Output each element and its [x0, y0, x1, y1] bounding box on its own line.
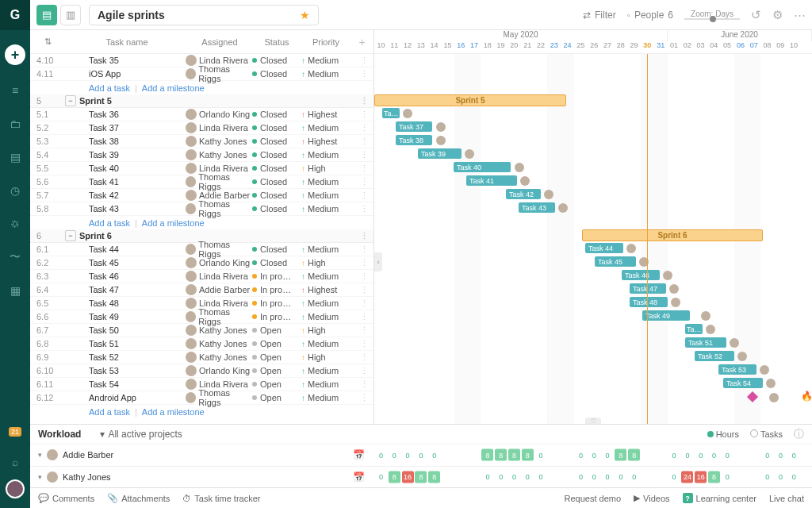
row-more-icon[interactable]: ⋮: [350, 56, 373, 66]
priority-cell[interactable]: ↑High: [301, 352, 350, 362]
workload-cell[interactable]: 0: [602, 449, 614, 461]
row-more-icon[interactable]: ⋮: [350, 177, 373, 187]
workload-cell[interactable]: 0: [575, 449, 587, 461]
folder-icon[interactable]: 🗀: [7, 116, 23, 132]
day-header[interactable]: 13: [414, 41, 427, 53]
assignee-cell[interactable]: Orlando King: [184, 365, 252, 376]
day-header[interactable]: 15: [441, 41, 454, 53]
assignee-cell[interactable]: Kathy Jones: [184, 149, 252, 160]
live-chat-link[interactable]: Live chat: [769, 494, 804, 503]
task-bar[interactable]: Task 43: [519, 202, 555, 213]
help-icon[interactable]: ⓘ: [794, 427, 804, 441]
comments-button[interactable]: 💬Comments: [38, 493, 94, 503]
workload-cell[interactable]: 8: [628, 449, 640, 461]
row-more-icon[interactable]: ⋮: [350, 352, 373, 363]
assignee-cell[interactable]: Kathy Jones: [184, 325, 252, 336]
sprint-bar[interactable]: Sprint 6: [582, 229, 763, 241]
day-header[interactable]: 06: [734, 41, 748, 53]
chevron-down-icon[interactable]: ▾: [38, 473, 42, 481]
priority-cell[interactable]: ↑Medium: [301, 244, 350, 254]
workload-cell[interactable]: 0: [695, 449, 707, 461]
menu-icon[interactable]: ≡: [7, 83, 23, 98]
sort-icon[interactable]: ⇅: [30, 37, 65, 47]
task-bar[interactable]: Task 44: [585, 243, 623, 253]
task-row[interactable]: 5.4 Task 39 Kathy Jones Closed ↑Medium ⋮: [30, 148, 373, 162]
task-row[interactable]: 6.4 Task 47 Addie Barber In pro… ↑Highes…: [30, 283, 373, 297]
task-bar[interactable]: Task 41: [466, 175, 517, 186]
priority-cell[interactable]: ↑Medium: [301, 271, 350, 281]
add-button[interactable]: +: [5, 44, 25, 65]
status-cell[interactable]: Open: [252, 325, 301, 335]
task-row[interactable]: 6.6 Task 49 Thomas Riggs In pro… ↑Medium…: [30, 310, 373, 324]
expand-icon[interactable]: −: [65, 230, 76, 241]
status-cell[interactable]: Closed: [252, 69, 301, 79]
add-milestone-link[interactable]: Add a milestone: [142, 407, 205, 417]
day-header[interactable]: 27: [601, 41, 615, 53]
workload-cell[interactable]: 0: [775, 449, 787, 461]
attachments-button[interactable]: 📎Attachments: [107, 493, 170, 503]
row-more-icon[interactable]: ⋮: [350, 190, 373, 201]
list-icon[interactable]: ▤: [7, 149, 23, 165]
task-row[interactable]: 6.7 Task 50 Kathy Jones Open ↑High ⋮: [30, 324, 373, 337]
learning-center-link[interactable]: ?Learning center: [683, 493, 756, 503]
task-row[interactable]: 6.9 Task 52 Kathy Jones Open ↑High ⋮: [30, 351, 373, 364]
task-bar[interactable]: Task 46: [622, 270, 660, 280]
workload-cell[interactable]: 0: [535, 449, 547, 461]
time-tracker-button[interactable]: ⏱Task time tracker: [182, 494, 260, 503]
assignee-cell[interactable]: Thomas Riggs: [184, 199, 252, 218]
task-row[interactable]: 5.8 Task 43 Thomas Riggs Closed ↑Medium …: [30, 202, 373, 216]
row-more-icon[interactable]: ⋮: [350, 271, 373, 282]
priority-cell[interactable]: ↑Medium: [301, 123, 350, 133]
priority-cell[interactable]: ↑Medium: [301, 150, 350, 160]
priority-cell[interactable]: ↑Medium: [301, 298, 350, 308]
day-header[interactable]: 24: [561, 41, 574, 53]
task-row[interactable]: 4.11 iOS App Thomas Riggs Closed ↑Medium…: [30, 67, 373, 81]
row-more-icon[interactable]: ⋮: [350, 285, 373, 295]
workload-cell[interactable]: 8: [708, 471, 720, 483]
status-cell[interactable]: Open: [252, 366, 301, 375]
row-more-icon[interactable]: ⋮: [350, 110, 373, 120]
radio-tasks[interactable]: Tasks: [750, 429, 783, 439]
workload-cell[interactable]: 8: [615, 449, 626, 461]
status-cell[interactable]: Open: [252, 379, 301, 389]
workload-cell[interactable]: 0: [508, 471, 520, 483]
priority-cell[interactable]: ↑Medium: [301, 177, 350, 187]
workload-cell[interactable]: 0: [375, 449, 387, 461]
day-header[interactable]: 14: [427, 41, 441, 53]
row-more-icon[interactable]: ⋮: [350, 379, 373, 390]
expand-icon[interactable]: −: [65, 95, 76, 106]
task-row[interactable]: 6.3 Task 46 Linda Rivera In pro… ↑Medium…: [30, 270, 373, 283]
task-bar[interactable]: Task 54: [723, 378, 763, 388]
task-row[interactable]: 5.3 Task 38 Kathy Jones Closed ↑Highest …: [30, 135, 373, 148]
status-cell[interactable]: Closed: [252, 258, 301, 267]
day-header[interactable]: 09: [774, 41, 787, 53]
chevron-down-icon[interactable]: ▾: [38, 451, 42, 459]
assignee-cell[interactable]: Thomas Riggs: [184, 307, 252, 326]
radio-hours[interactable]: Hours: [707, 429, 739, 439]
workload-cell[interactable]: 0: [722, 449, 733, 461]
day-header[interactable]: 20: [508, 41, 521, 53]
assignee-cell[interactable]: Orlando King: [184, 257, 252, 268]
task-row[interactable]: 5.1 Task 36 Orlando King Closed ↑Highest…: [30, 108, 373, 121]
people-button[interactable]: ◦ People 6: [627, 10, 673, 21]
assignee-cell[interactable]: Linda Rivera: [184, 271, 252, 282]
workload-cell[interactable]: 0: [668, 449, 680, 461]
row-more-icon[interactable]: ⋮: [350, 150, 373, 160]
status-cell[interactable]: Closed: [252, 204, 301, 214]
day-header[interactable]: 03: [694, 41, 707, 53]
add-task-link[interactable]: Add a task: [89, 218, 130, 228]
task-row[interactable]: 6.2 Task 45 Orlando King Closed ↑High ⋮: [30, 256, 373, 270]
status-cell[interactable]: Closed: [252, 164, 301, 173]
task-row[interactable]: 5.2 Task 37 Linda Rivera Closed ↑Medium …: [30, 121, 373, 135]
day-header[interactable]: 10: [374, 41, 388, 53]
zoom-control[interactable]: Zoom: Days: [684, 10, 740, 20]
assignee-cell[interactable]: Kathy Jones: [184, 352, 252, 363]
priority-cell[interactable]: ↑Medium: [301, 366, 350, 375]
workload-cell[interactable]: 0: [788, 471, 800, 483]
workload-cell[interactable]: 0: [588, 449, 600, 461]
day-header[interactable]: 02: [680, 41, 694, 53]
workload-cell[interactable]: 0: [415, 449, 427, 461]
add-milestone-link[interactable]: Add a milestone: [142, 83, 205, 93]
workload-cell[interactable]: 8: [428, 471, 440, 483]
row-more-icon[interactable]: ⋮: [350, 366, 373, 376]
